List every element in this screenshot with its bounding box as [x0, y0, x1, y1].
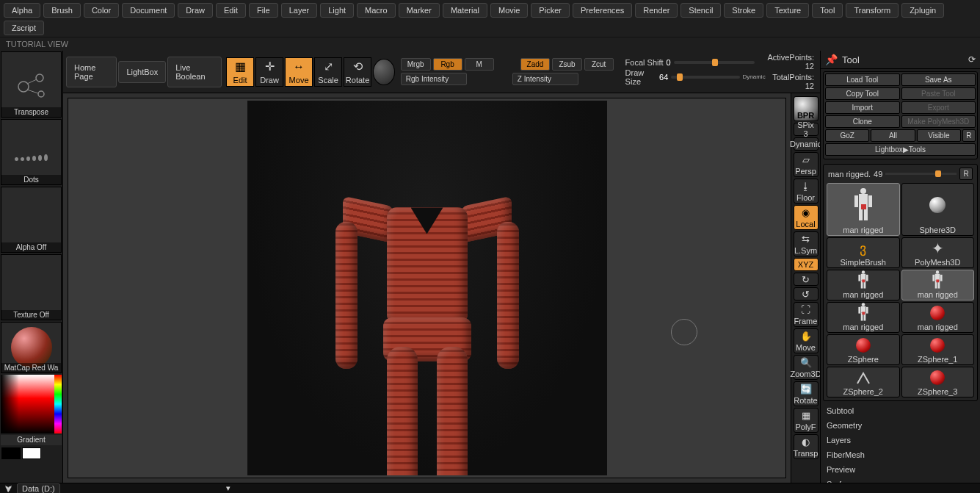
menu-macro[interactable]: Macro	[357, 3, 396, 18]
menu-file[interactable]: File	[249, 3, 278, 18]
view-rotccw-button[interactable]: ↺	[794, 287, 819, 301]
menu-tool[interactable]: Tool	[812, 3, 843, 18]
tool-item-zsphere-3[interactable]: ZSphere_3	[901, 367, 975, 397]
menu-marker[interactable]: Marker	[399, 3, 440, 18]
rotate-mode-button[interactable]: ⟲Rotate	[344, 57, 371, 87]
taskbar-chevron-icon[interactable]: ⮟	[4, 484, 12, 493]
menu-stencil[interactable]: Stencil	[680, 3, 721, 18]
dynamic-label[interactable]: Dynamic	[743, 73, 766, 80]
tool-item-polymesh3d[interactable]: ✦PolyMesh3D	[901, 237, 975, 268]
m-chip[interactable]: M	[465, 58, 494, 71]
zadd-chip[interactable]: Zadd	[520, 58, 551, 71]
rgbint-slider[interactable]: Rgb Intensity	[401, 73, 467, 85]
tool-index-slider[interactable]	[885, 173, 957, 175]
draw-size-slider[interactable]	[671, 76, 739, 79]
zint-slider[interactable]: Z Intensity	[512, 73, 578, 85]
menu-brush[interactable]: Brush	[43, 3, 81, 18]
section-subtool[interactable]: Subtool	[827, 406, 974, 415]
tool-r-button[interactable]: R	[962, 129, 976, 142]
menu-render[interactable]: Render	[635, 3, 678, 18]
view-persp-button[interactable]: ▱Persp	[794, 152, 819, 177]
material-thumb[interactable]: MatCap Red Wa	[1, 322, 62, 373]
edit-mode-button[interactable]: ▦Edit	[226, 57, 254, 87]
view-bpr-button[interactable]: BPR	[794, 96, 819, 121]
tool-r-button[interactable]: R	[959, 168, 973, 180]
menu-layer[interactable]: Layer	[281, 3, 318, 18]
rgb-chip[interactable]: Rgb	[433, 58, 462, 71]
tool-visible-button[interactable]: Visible	[917, 129, 961, 142]
menu-draw[interactable]: Draw	[178, 3, 213, 18]
menu-material[interactable]: Material	[443, 3, 487, 18]
view-polyf-button[interactable]: ▦PolyF	[794, 408, 819, 433]
hue-strip[interactable]	[54, 375, 62, 433]
tool-item-zsphere-1[interactable]: ZSphere_1	[901, 334, 975, 365]
move-mode-button[interactable]: ↔Move	[285, 57, 313, 87]
viewport[interactable]	[68, 98, 786, 478]
tool-item-simplebrush[interactable]: ვSimpleBrush	[827, 237, 900, 268]
view-spix-button[interactable]: SPix 3	[794, 123, 819, 136]
tool-clone-button[interactable]: Clone	[825, 115, 900, 128]
view-local-button[interactable]: ◉Local	[794, 205, 819, 230]
swatch-secondary[interactable]	[22, 447, 41, 459]
menu-document[interactable]: Document	[122, 3, 175, 18]
tool-item-man-rigged[interactable]: man rigged	[827, 302, 900, 333]
menu-light[interactable]: Light	[320, 3, 354, 18]
view-lsym-button[interactable]: ⇆L.Sym	[794, 231, 819, 256]
view-floor-button[interactable]: ⭳Floor	[794, 179, 819, 204]
color-picker[interactable]	[1, 375, 62, 433]
scale-mode-button[interactable]: ⤢Scale	[314, 57, 342, 87]
view-dynamic-button[interactable]: Dynamic	[794, 137, 819, 151]
view-transp-button[interactable]: ◐Transp	[794, 434, 819, 459]
tool-import-button[interactable]: Import	[825, 101, 900, 114]
tool-item-man-rigged[interactable]: man rigged	[901, 270, 975, 301]
live-boolean-button[interactable]: Live Boolean	[167, 57, 222, 87]
menu-zscript[interactable]: Zscript	[4, 21, 44, 35]
tool-all-button[interactable]: All	[871, 129, 915, 142]
transpose-thumb[interactable]: Transpose	[1, 51, 62, 118]
gradient-toggle[interactable]: Gradient	[1, 435, 62, 445]
mrgb-chip[interactable]: Mrgb	[401, 58, 431, 71]
texture-thumb[interactable]: Texture Off	[1, 254, 62, 320]
section-geometry[interactable]: Geometry	[827, 421, 974, 430]
viewport-inner[interactable]	[247, 101, 607, 475]
tool-copy-tool-button[interactable]: Copy Tool	[825, 87, 900, 100]
shader-ball[interactable]	[373, 59, 395, 85]
section-layers[interactable]: Layers	[827, 436, 974, 445]
focal-shift-slider[interactable]	[674, 61, 755, 64]
menu-preferences[interactable]: Preferences	[573, 3, 632, 18]
zsub-chip[interactable]: Zsub	[552, 58, 581, 71]
menu-alpha[interactable]: Alpha	[4, 3, 40, 18]
zcut-chip[interactable]: Zcut	[584, 58, 614, 71]
view-frame-button[interactable]: ⛶Frame	[794, 302, 819, 327]
view-zoom3d-button[interactable]: 🔍Zoom3D	[794, 355, 819, 380]
view-rotate-button[interactable]: 🔄Rotate	[794, 381, 819, 406]
menu-picker[interactable]: Picker	[531, 3, 570, 18]
taskbar-dropdown-icon[interactable]: ▾	[226, 483, 231, 493]
tool-item-man-rigged[interactable]: man rigged	[827, 270, 900, 301]
section-fibermesh[interactable]: FiberMesh	[827, 450, 974, 459]
swatch-main[interactable]	[1, 447, 21, 459]
alpha-thumb[interactable]: Alpha Off	[1, 187, 62, 253]
menu-stroke[interactable]: Stroke	[724, 3, 763, 18]
tool-goz-button[interactable]: GoZ	[825, 129, 869, 142]
menu-texture[interactable]: Texture	[766, 3, 809, 18]
menu-zplugin[interactable]: Zplugin	[901, 3, 944, 18]
tool-lightbox-tools-button[interactable]: Lightbox▶Tools	[825, 143, 976, 156]
taskbar-drive[interactable]: Data (D:)	[17, 483, 60, 494]
stroke-dots-thumb[interactable]: Dots	[1, 119, 62, 185]
tool-save-as-button[interactable]: Save As	[901, 73, 976, 86]
tool-item-zsphere[interactable]: ZSphere	[827, 334, 900, 365]
home-page-button[interactable]: Home Page	[66, 57, 117, 87]
tool-item-sphere3d[interactable]: Sphere3D	[901, 183, 975, 236]
tool-item-man-rigged[interactable]: man rigged	[827, 183, 900, 236]
menu-color[interactable]: Color	[84, 3, 119, 18]
view-rotcw-button[interactable]: ↻	[794, 273, 819, 286]
view-xyz-button[interactable]: XYZ	[794, 258, 819, 271]
pin-icon[interactable]: 📌	[825, 54, 838, 65]
tool-item-man-rigged[interactable]: man rigged	[901, 302, 975, 333]
lightbox-button[interactable]: LightBox	[118, 61, 166, 83]
draw-mode-button[interactable]: ✛Draw	[255, 57, 283, 87]
section-preview[interactable]: Preview	[827, 465, 974, 474]
reset-icon[interactable]: ⟳	[968, 54, 976, 65]
menu-edit[interactable]: Edit	[216, 3, 246, 18]
